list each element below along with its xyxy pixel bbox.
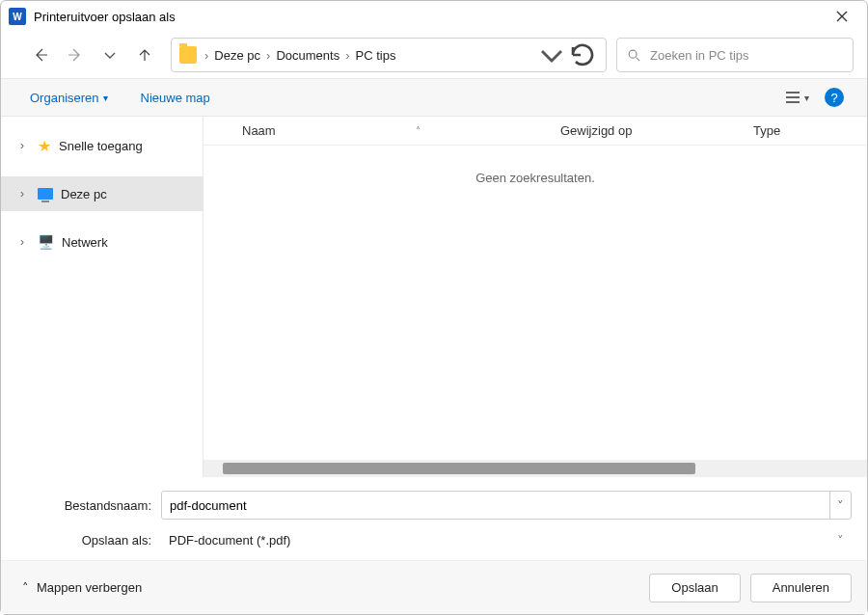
help-icon: ? xyxy=(830,91,837,105)
filename-label: Bestandsnaam: xyxy=(16,498,161,513)
filename-dropdown[interactable]: ˅ xyxy=(829,492,851,519)
column-headers: Naam ˄ Gewijzigd op Type xyxy=(203,117,867,146)
monitor-icon xyxy=(38,188,53,200)
breadcrumb-leaf[interactable]: PC tips xyxy=(351,48,399,63)
search-placeholder: Zoeken in PC tips xyxy=(650,48,749,63)
chevron-right-icon: › xyxy=(20,139,30,152)
sidebar-item-label: Netwerk xyxy=(62,235,108,250)
file-list-area: Naam ˄ Gewijzigd op Type Geen zoekresult… xyxy=(203,117,867,477)
refresh-icon xyxy=(567,40,598,70)
column-label: Type xyxy=(753,123,780,138)
recent-dropdown[interactable] xyxy=(94,40,126,69)
folder-icon xyxy=(179,46,197,64)
sidebar-item-network[interactable]: › 🖥️ Netwerk xyxy=(1,225,203,259)
action-bar: ˄ Mappen verbergen Opslaan Annuleren xyxy=(1,560,867,614)
organize-menu[interactable]: Organiseren ▾ xyxy=(24,87,114,109)
dialog-body: › ★ Snelle toegang › Deze pc › 🖥️ Netwer… xyxy=(1,117,867,477)
view-options-button[interactable]: ▾ xyxy=(785,91,809,104)
back-button[interactable] xyxy=(24,40,57,69)
sidebar-item-label: Deze pc xyxy=(61,187,107,201)
star-icon: ★ xyxy=(38,137,51,155)
hide-folders-toggle[interactable]: ˄ Mappen verbergen xyxy=(22,580,142,595)
chevron-down-icon: ˅ xyxy=(837,533,844,548)
cancel-label: Annuleren xyxy=(773,580,829,595)
breadcrumb-root[interactable]: Deze pc xyxy=(210,48,264,63)
arrow-up-icon xyxy=(137,47,152,63)
filetype-select[interactable]: PDF-document (*.pdf) ˅ xyxy=(161,527,852,552)
chevron-down-icon: ▾ xyxy=(804,93,809,103)
list-view-icon xyxy=(785,91,800,104)
chevron-right-icon: › xyxy=(343,48,351,63)
close-button[interactable] xyxy=(825,1,859,32)
save-form: Bestandsnaam: ˅ Opslaan als: PDF-documen… xyxy=(1,477,867,560)
organize-label: Organiseren xyxy=(30,91,99,105)
filename-field-wrap: ˅ xyxy=(161,491,852,520)
forward-button[interactable] xyxy=(59,40,92,69)
chevron-down-icon xyxy=(536,40,567,70)
column-modified[interactable]: Gewijzigd op xyxy=(560,123,753,138)
chevron-right-icon: › xyxy=(264,48,272,63)
new-folder-button[interactable]: Nieuwe map xyxy=(135,87,216,109)
scrollbar-thumb[interactable] xyxy=(223,463,695,474)
arrow-right-icon xyxy=(68,47,83,63)
column-label: Naam xyxy=(242,123,276,138)
window-title: Printeruitvoer opslaan als xyxy=(34,10,825,24)
svg-point-0 xyxy=(629,50,637,58)
chevron-right-icon: › xyxy=(20,235,30,249)
horizontal-scrollbar[interactable] xyxy=(203,460,867,477)
arrow-left-icon xyxy=(33,47,48,63)
search-icon xyxy=(627,48,640,62)
address-bar[interactable]: › Deze pc › Documents › PC tips xyxy=(171,38,607,72)
new-folder-label: Nieuwe map xyxy=(141,91,210,105)
column-type[interactable]: Type xyxy=(753,123,867,138)
sort-ascending-icon: ˄ xyxy=(416,125,420,136)
column-name[interactable]: Naam ˄ xyxy=(203,123,560,138)
empty-results: Geen zoekresultaten. xyxy=(203,146,867,460)
breadcrumb-mid[interactable]: Documents xyxy=(272,48,343,63)
filetype-value: PDF-document (*.pdf) xyxy=(169,533,290,548)
title-bar: W Printeruitvoer opslaan als xyxy=(1,1,867,32)
toolbar: Organiseren ▾ Nieuwe map ▾ ? xyxy=(1,78,867,117)
hide-folders-label: Mappen verbergen xyxy=(37,580,142,595)
filetype-label: Opslaan als: xyxy=(16,533,161,548)
sidebar-item-quick-access[interactable]: › ★ Snelle toegang xyxy=(1,128,203,163)
nav-sidebar: › ★ Snelle toegang › Deze pc › 🖥️ Netwer… xyxy=(1,117,203,477)
help-button[interactable]: ? xyxy=(825,88,844,107)
refresh-button[interactable] xyxy=(567,40,598,70)
search-input[interactable]: Zoeken in PC tips xyxy=(616,38,854,72)
close-icon xyxy=(836,11,848,22)
save-button[interactable]: Opslaan xyxy=(649,574,740,602)
chevron-right-icon: › xyxy=(20,187,30,201)
nav-row: › Deze pc › Documents › PC tips Zoeken i… xyxy=(1,32,867,78)
column-label: Gewijzigd op xyxy=(560,123,632,138)
up-button[interactable] xyxy=(128,40,161,69)
cancel-button[interactable]: Annuleren xyxy=(750,574,852,602)
network-icon: 🖥️ xyxy=(38,234,54,250)
sidebar-item-label: Snelle toegang xyxy=(59,139,143,153)
empty-text: Geen zoekresultaten. xyxy=(475,171,595,460)
chevron-down-icon: ▾ xyxy=(103,93,108,103)
save-dialog: W Printeruitvoer opslaan als › Deze pc ›… xyxy=(0,0,868,615)
chevron-right-icon: › xyxy=(203,48,210,63)
chevron-down-icon xyxy=(102,47,118,63)
word-app-icon: W xyxy=(9,8,26,25)
filename-input[interactable] xyxy=(162,492,829,519)
save-label: Opslaan xyxy=(671,580,718,595)
sidebar-item-this-pc[interactable]: › Deze pc xyxy=(1,176,203,211)
chevron-up-icon: ˄ xyxy=(22,580,29,595)
address-dropdown[interactable] xyxy=(536,40,567,70)
chevron-down-icon: ˅ xyxy=(837,498,844,513)
